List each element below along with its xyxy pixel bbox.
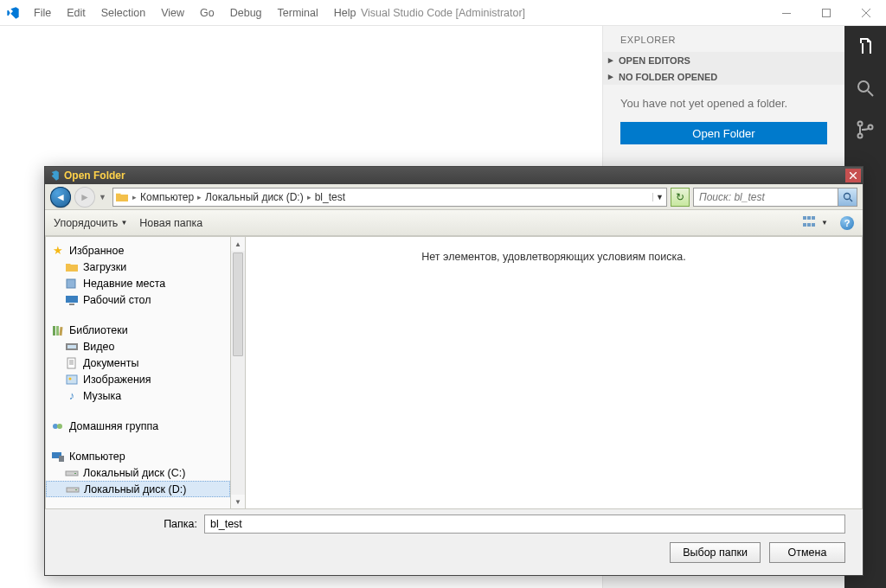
- search-icon: [855, 78, 876, 99]
- breadcrumb-segment[interactable]: Локальный диск (D:): [203, 191, 305, 203]
- window-title: Visual Studio Code [Administrator]: [361, 7, 525, 19]
- menu-edit[interactable]: Edit: [59, 0, 93, 26]
- libraries-icon: [51, 323, 65, 337]
- menu-terminal[interactable]: Terminal: [270, 0, 326, 26]
- toolbar-label: Упорядочить: [54, 217, 118, 229]
- open-folder-dialog: Open Folder ◄ ► ▼ ▸ Компьютер ▸ Локальны…: [44, 166, 864, 576]
- activity-explorer[interactable]: [844, 26, 886, 67]
- folder-icon: [113, 191, 131, 203]
- nav-forward-button[interactable]: ►: [74, 187, 95, 208]
- svg-rect-7: [67, 279, 75, 288]
- folder-icon: [65, 260, 79, 274]
- svg-rect-11: [56, 326, 59, 336]
- svg-rect-10: [53, 326, 55, 336]
- star-icon: ★: [51, 244, 65, 258]
- tree-homegroup[interactable]: Домашняя группа: [46, 418, 230, 434]
- svg-point-4: [858, 134, 863, 138]
- menu-help[interactable]: Help: [326, 0, 364, 26]
- section-label: OPEN EDITORS: [619, 55, 690, 66]
- tree-scrollbar[interactable]: ▲ ▼: [231, 236, 246, 509]
- tree-drive-d[interactable]: Локальный диск (D:): [46, 481, 230, 497]
- source-control-icon: [855, 119, 876, 140]
- chevron-right-icon: ▸: [608, 71, 619, 82]
- tree-desktop[interactable]: Рабочий стол: [46, 291, 230, 308]
- tree-music[interactable]: ♪Музыка: [46, 387, 230, 404]
- search-button[interactable]: [838, 189, 857, 206]
- section-no-folder[interactable]: ▸ NO FOLDER OPENED: [603, 68, 844, 85]
- empty-message: Нет элементов, удовлетворяющих условиям …: [421, 251, 685, 263]
- menu-file[interactable]: File: [26, 0, 59, 26]
- titlebar: File Edit Selection View Go Debug Termin…: [0, 0, 886, 26]
- toolbar-label: Новая папка: [139, 217, 202, 229]
- menu-view[interactable]: View: [153, 0, 192, 26]
- activity-search[interactable]: [844, 67, 886, 109]
- drive-icon: [66, 483, 80, 496]
- open-folder-button[interactable]: Open Folder: [620, 122, 827, 144]
- maximize-button[interactable]: [806, 0, 846, 26]
- tree-images[interactable]: Изображения: [46, 371, 230, 387]
- dialog-nav-row: ◄ ► ▼ ▸ Компьютер ▸ Локальный диск (D:) …: [45, 184, 863, 210]
- tree-computer[interactable]: Компьютер: [46, 448, 230, 464]
- refresh-button[interactable]: ↻: [671, 188, 690, 207]
- svg-point-3: [858, 122, 863, 126]
- search-box: [693, 188, 857, 207]
- search-icon: [843, 192, 853, 202]
- scroll-thumb[interactable]: [233, 252, 243, 356]
- dialog-close-button[interactable]: [845, 169, 861, 182]
- minimize-button[interactable]: [767, 0, 806, 26]
- svg-point-2: [858, 81, 869, 92]
- breadcrumb-segment[interactable]: Компьютер: [138, 191, 196, 203]
- image-icon: [65, 373, 79, 387]
- breadcrumb[interactable]: ▸ Компьютер ▸ Локальный диск (D:) ▸ bl_t…: [112, 188, 667, 207]
- navigation-tree: ★Избранное Загрузки Недавние места Рабоч…: [45, 236, 231, 509]
- section-open-editors[interactable]: ▸ OPEN EDITORS: [603, 52, 844, 68]
- folder-name-input[interactable]: [204, 514, 845, 534]
- files-icon: [855, 36, 876, 57]
- svg-rect-25: [75, 489, 77, 490]
- nav-back-button[interactable]: ◄: [50, 187, 71, 208]
- toolbar-new-folder[interactable]: Новая папка: [139, 217, 202, 229]
- svg-rect-21: [59, 456, 64, 462]
- toolbar-organize[interactable]: Упорядочить ▼: [54, 217, 127, 229]
- menu-debug[interactable]: Debug: [222, 0, 270, 26]
- menu-go[interactable]: Go: [192, 0, 222, 26]
- breadcrumb-segment[interactable]: bl_test: [313, 191, 347, 203]
- svg-rect-9: [69, 304, 74, 305]
- scroll-down-icon[interactable]: ▼: [231, 495, 245, 508]
- computer-icon: [51, 450, 65, 463]
- dialog-titlebar[interactable]: Open Folder: [45, 167, 863, 184]
- tree-favorites[interactable]: ★Избранное: [46, 242, 230, 259]
- chevron-down-icon: ▼: [821, 219, 828, 227]
- breadcrumb-separator: ▸: [196, 193, 203, 201]
- svg-rect-14: [67, 345, 76, 348]
- tree-drive-c[interactable]: Локальный диск (C:): [46, 464, 230, 481]
- file-list-area: Нет элементов, удовлетворяющих условиям …: [246, 236, 863, 509]
- folder-label: Папка:: [62, 518, 204, 530]
- help-button[interactable]: ?: [840, 216, 854, 230]
- tree-video[interactable]: Видео: [46, 338, 230, 355]
- nav-history-dropdown[interactable]: ▼: [99, 193, 109, 201]
- tree-libraries[interactable]: Библиотеки: [46, 322, 230, 338]
- close-button[interactable]: [846, 0, 886, 26]
- breadcrumb-separator: ▸: [131, 193, 138, 201]
- breadcrumb-dropdown[interactable]: ▼: [652, 193, 666, 201]
- drive-icon: [65, 466, 79, 480]
- select-folder-button[interactable]: Выбор папки: [670, 542, 761, 563]
- svg-rect-8: [66, 296, 78, 303]
- vscode-icon: [0, 6, 26, 20]
- grid-icon: [803, 216, 819, 230]
- search-input[interactable]: [694, 191, 838, 203]
- svg-rect-16: [67, 375, 77, 384]
- svg-point-19: [57, 424, 62, 429]
- tree-documents[interactable]: Документы: [46, 355, 230, 371]
- tree-downloads[interactable]: Загрузки: [46, 259, 230, 275]
- cancel-button[interactable]: Отмена: [769, 542, 845, 563]
- svg-rect-0: [782, 13, 791, 14]
- document-icon: [65, 356, 79, 370]
- toolbar-view-button[interactable]: ▼: [803, 216, 828, 230]
- tree-recent[interactable]: Недавние места: [46, 275, 230, 291]
- menu-selection[interactable]: Selection: [93, 0, 153, 26]
- scroll-up-icon[interactable]: ▲: [231, 237, 245, 251]
- activity-scm[interactable]: [844, 109, 886, 150]
- section-label: NO FOLDER OPENED: [619, 72, 717, 82]
